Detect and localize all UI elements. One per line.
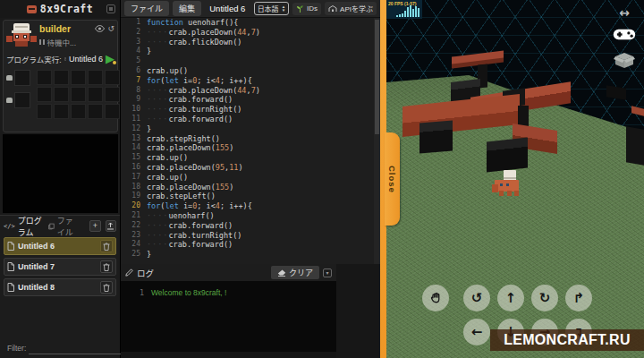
document-icon: [7, 283, 14, 292]
program-list-item[interactable]: Untitled 8: [4, 278, 116, 296]
document-title: Untitled 6: [205, 4, 250, 13]
fps-bar: [412, 9, 414, 17]
move-left-button[interactable]: ←: [463, 319, 490, 345]
edit-menu-button[interactable]: 編集: [173, 1, 201, 16]
scrollbar-thumb[interactable]: [375, 20, 379, 134]
gamepad-icon[interactable]: [613, 27, 636, 42]
delete-program-button[interactable]: [100, 240, 113, 252]
program-list-item[interactable]: Untitled 7: [4, 258, 116, 276]
inventory-slot[interactable]: [14, 70, 30, 86]
inventory-slot[interactable]: [105, 104, 120, 119]
inventory-slot[interactable]: [105, 70, 120, 85]
log-title: ログ: [137, 267, 154, 279]
move-forward-button[interactable]: ↑: [497, 285, 524, 311]
tab-files[interactable]: ファイル: [48, 215, 80, 238]
box-icon[interactable]: [614, 51, 635, 69]
trash-icon: [103, 263, 110, 271]
code-line: 7for(let i=0; i<4; i++){: [121, 76, 380, 86]
code-line: 21····uenoharf(): [121, 211, 380, 221]
eraser-icon: [277, 269, 286, 277]
program-list-item[interactable]: Untitled 6: [4, 237, 116, 255]
log-side-filler: [336, 264, 380, 358]
programs-panel: </> プログラム ファイル + Untitled 6 Untitled 7: [0, 215, 120, 358]
inventory-slot[interactable]: [54, 70, 69, 85]
code-line: 25}: [121, 250, 380, 260]
resize-horizontal-icon[interactable]: ↔: [619, 7, 630, 18]
inventory-slot[interactable]: [105, 87, 120, 102]
program-name: Untitled 8: [18, 283, 97, 292]
log-line-number: 1: [121, 288, 151, 298]
item-icon: [6, 75, 13, 81]
code-line: 10····crab.turnRight(): [121, 105, 380, 115]
code-icon: </>: [4, 223, 15, 230]
fps-bar: [418, 8, 419, 17]
rotate-right-button[interactable]: ↻: [531, 285, 558, 311]
code-line: 5: [121, 56, 380, 66]
inventory-slot[interactable]: [88, 70, 103, 85]
game-viewport[interactable]: 20 FPS (1-57) ↔ ↺↑↻↱ ←↓→↴ LEMONCRAFT.RU …: [380, 0, 644, 358]
logo-bar: 8x9Craft: [0, 0, 120, 18]
code-line: 22····crab.forward(): [121, 221, 380, 231]
add-program-button[interactable]: +: [89, 220, 100, 232]
inventory: [6, 70, 114, 119]
inventory-slot[interactable]: [37, 87, 52, 102]
upload-button[interactable]: [106, 220, 116, 232]
rotate-left-button[interactable]: ↺: [463, 285, 490, 311]
fps-bar: [402, 13, 403, 17]
code-line: 2····crab.placeDown(44,7): [121, 28, 380, 38]
inventory-slot[interactable]: [71, 87, 86, 102]
code-line: 1function uenoharf(){: [121, 18, 380, 28]
dark-block: [419, 120, 453, 153]
inventory-slot[interactable]: [37, 104, 52, 119]
inventory-slot[interactable]: [37, 70, 52, 85]
movement-controls-top: ↺↑↻↱: [422, 285, 592, 311]
fps-bar: [410, 5, 411, 17]
refresh-icon[interactable]: ↺: [107, 25, 114, 33]
file-menu-button[interactable]: ファイル: [124, 1, 169, 16]
rotate-right-icon: ↻: [539, 292, 551, 305]
delete-program-button[interactable]: [100, 260, 113, 273]
grab-hand-button[interactable]: [422, 285, 449, 311]
inventory-slot[interactable]: [14, 92, 30, 108]
menubar: ファイル 編集 Untitled 6 日本語 ▲▼ IDs APIを学ぶ: [121, 0, 380, 18]
dark-block: [487, 138, 528, 173]
inventory-slot[interactable]: [54, 104, 69, 119]
inventory-slot[interactable]: [88, 87, 103, 102]
code-line: 18crab.placeDown(155): [121, 183, 380, 192]
program-name: Untitled 6: [18, 242, 97, 251]
clear-log-button[interactable]: クリア: [271, 266, 319, 279]
step-up-button[interactable]: ↱: [565, 285, 592, 311]
character-name: builder: [39, 23, 92, 34]
collapse-log-icon[interactable]: ▾: [323, 268, 332, 277]
inventory-slot[interactable]: [88, 104, 103, 119]
tab-programs[interactable]: </> プログラム: [4, 215, 44, 238]
eye-icon[interactable]: [95, 25, 105, 32]
run-program-button[interactable]: ▶: [106, 53, 114, 64]
code-line: 24····crab.forward(): [121, 240, 380, 250]
crab-robot: [492, 170, 530, 202]
program-list: Untitled 6 Untitled 7 Untitled 8: [4, 237, 116, 296]
code-line: 11····crab.forward(): [121, 115, 380, 124]
game-scene[interactable]: 20 FPS (1-57) ↔ ↺↑↻↱ ←↓→↴ LEMONCRAFT.RU: [386, 0, 644, 358]
run-label: プログラム実行:: [6, 54, 62, 64]
fps-histogram: [396, 5, 419, 17]
language-select[interactable]: 日本語 ▲▼: [254, 2, 289, 15]
copy-icon: [48, 222, 55, 231]
learn-api-button[interactable]: APIを学ぶ: [325, 2, 377, 15]
inventory-slot[interactable]: [71, 104, 86, 119]
dark-block: [626, 126, 644, 166]
app-logo: 8x9Craft: [40, 3, 93, 15]
close-panel-tab[interactable]: Close: [385, 132, 400, 226]
move-left-icon: ←: [471, 326, 483, 339]
code-editor[interactable]: 1function uenoharf(){2····crab.placeDown…: [121, 18, 380, 264]
delete-program-button[interactable]: [100, 281, 113, 294]
filter-input[interactable]: [29, 343, 131, 354]
inventory-slot[interactable]: [71, 70, 86, 85]
log-entry: 1 Welcome to 8x9craft, !: [121, 288, 336, 298]
sidebar: 8x9Craft builder ↺ 待機中...: [0, 0, 121, 358]
editor-scrollbar[interactable]: [374, 18, 380, 264]
collapse-sidebar-icon[interactable]: [106, 4, 115, 13]
inventory-slot[interactable]: [54, 87, 69, 102]
ids-button[interactable]: IDs: [292, 3, 321, 15]
fps-bar: [415, 6, 417, 17]
